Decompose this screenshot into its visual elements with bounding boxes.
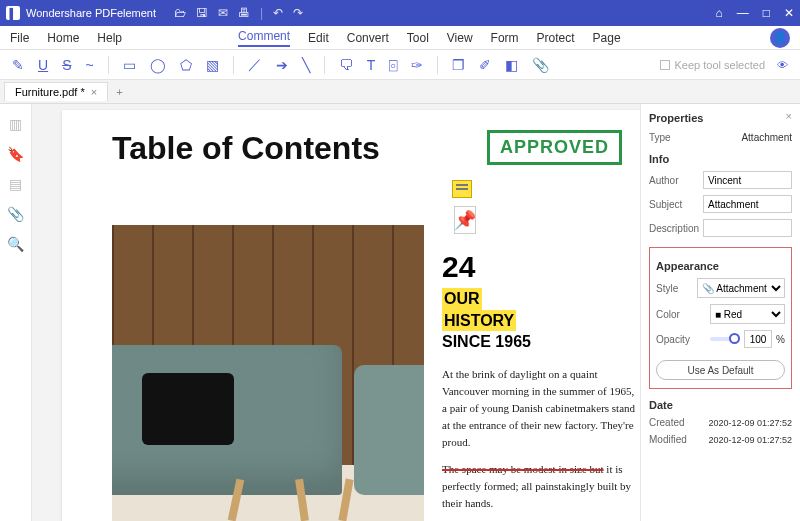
use-as-default-button[interactable]: Use As Default [656, 360, 785, 380]
type-value: Attachment [703, 132, 792, 143]
strikethrough-text[interactable]: The space may be modest in size but [442, 463, 604, 475]
keep-tool-checkbox[interactable] [660, 60, 670, 70]
arrow-icon[interactable]: ➔ [276, 57, 288, 73]
color-select[interactable]: ■ Red [710, 304, 785, 324]
opacity-unit: % [776, 334, 785, 345]
rect-icon[interactable]: ▭ [123, 57, 136, 73]
maximize-icon[interactable]: □ [763, 6, 770, 20]
squiggly-icon[interactable]: ~ [85, 57, 93, 73]
app-logo: ▌ [6, 6, 20, 20]
thumbnails-icon[interactable]: ▥ [9, 116, 22, 132]
author-input[interactable] [703, 171, 792, 189]
menu-file[interactable]: File [10, 31, 29, 45]
subject-input[interactable] [703, 195, 792, 213]
menu-form[interactable]: Form [491, 31, 519, 45]
style-label: Style [656, 283, 693, 294]
menu-help[interactable]: Help [97, 31, 122, 45]
style-select[interactable]: 📎 Attachment [697, 278, 785, 298]
pencil-icon[interactable]: ✐ [479, 57, 491, 73]
home-icon[interactable]: ⌂ [716, 6, 723, 20]
subject-label: Subject [649, 199, 699, 210]
section-title: OUR HISTORY SINCE 1965 [442, 288, 531, 353]
open-icon[interactable]: 🗁 [174, 6, 186, 20]
body-text: At the brink of daylight on a quaint Van… [442, 366, 637, 512]
oval-icon[interactable]: ◯ [150, 57, 166, 73]
distance-icon[interactable]: ╲ [302, 57, 310, 73]
close-window-icon[interactable]: ✕ [784, 6, 794, 20]
user-avatar[interactable]: 👤 [770, 28, 790, 48]
menu-page[interactable]: Page [593, 31, 621, 45]
menu-tool[interactable]: Tool [407, 31, 429, 45]
document-tab[interactable]: Furniture.pdf * × [4, 82, 108, 101]
highlight-icon[interactable]: ✎ [12, 57, 24, 73]
document-canvas[interactable]: Table of Contents APPROVED 📌 24 OUR HIST… [32, 104, 640, 521]
comments-panel-icon[interactable]: ▤ [9, 176, 22, 192]
menu-convert[interactable]: Convert [347, 31, 389, 45]
note-icon[interactable]: 🗨 [339, 57, 353, 73]
created-value: 2020-12-09 01:27:52 [703, 418, 792, 428]
search-icon[interactable]: 🔍 [7, 236, 24, 252]
eraser-icon[interactable]: ◧ [505, 57, 518, 73]
type-label: Type [649, 132, 699, 143]
created-label: Created [649, 417, 699, 428]
panel-title: Properties [649, 112, 792, 124]
bookmarks-icon[interactable]: 🔖 [7, 146, 24, 162]
author-label: Author [649, 175, 699, 186]
hide-icon[interactable]: 👁 [777, 59, 788, 71]
color-label: Color [656, 309, 706, 320]
paragraph: At the brink of daylight on a quaint Van… [442, 366, 637, 451]
typewriter-icon[interactable]: T [367, 57, 376, 73]
separator: | [260, 6, 263, 20]
separator [233, 56, 234, 74]
sticky-note-annotation[interactable] [452, 180, 472, 198]
keep-tool-label: Keep tool selected [674, 59, 765, 71]
paragraph: The space may be modest in size but it i… [442, 461, 637, 512]
description-input[interactable] [703, 219, 792, 237]
tab-close-icon[interactable]: × [91, 86, 97, 98]
highlighted-text[interactable]: OUR [442, 288, 482, 310]
textbox-icon[interactable]: ⌻ [389, 57, 397, 73]
attachment-annotation[interactable]: 📌 [454, 206, 476, 234]
description-label: Description [649, 223, 699, 234]
workspace: ▥ 🔖 ▤ 📎 🔍 Table of Contents APPROVED 📌 2… [0, 104, 800, 521]
properties-panel: × Properties Type Attachment Info Author… [640, 104, 800, 521]
menubar: File Home Help Comment Edit Convert Tool… [0, 26, 800, 50]
separator [437, 56, 438, 74]
line-icon[interactable]: ／ [248, 56, 262, 74]
side-toolbar: ▥ 🔖 ▤ 📎 🔍 [0, 104, 32, 521]
undo-icon[interactable]: ↶ [273, 6, 283, 20]
strikethrough-icon[interactable]: S [62, 57, 71, 73]
tab-label: Furniture.pdf * [15, 86, 85, 98]
info-heading: Info [649, 153, 792, 165]
print-icon[interactable]: 🖶 [238, 6, 250, 20]
approved-stamp[interactable]: APPROVED [487, 130, 622, 165]
menu-comment[interactable]: Comment [238, 29, 290, 47]
cloud-icon[interactable]: ▧ [206, 57, 219, 73]
menu-view[interactable]: View [447, 31, 473, 45]
modified-value: 2020-12-09 01:27:52 [703, 435, 792, 445]
callout-icon[interactable]: ✑ [411, 57, 423, 73]
minimize-icon[interactable]: ― [737, 6, 749, 20]
attachment-icon[interactable]: 📎 [532, 57, 549, 73]
menu-protect[interactable]: Protect [537, 31, 575, 45]
tab-bar: Furniture.pdf * × + [0, 80, 800, 104]
underline-icon[interactable]: U [38, 57, 48, 73]
modified-label: Modified [649, 434, 699, 445]
highlighted-text[interactable]: HISTORY [442, 310, 516, 332]
mail-icon[interactable]: ✉ [218, 6, 228, 20]
article-image [112, 225, 424, 521]
attachments-panel-icon[interactable]: 📎 [7, 206, 24, 222]
comment-toolbar: ✎ U S ~ ▭ ◯ ⬠ ▧ ／ ➔ ╲ 🗨 T ⌻ ✑ ❐ ✐ ◧ 📎 Ke… [0, 50, 800, 80]
menu-home[interactable]: Home [47, 31, 79, 45]
opacity-slider[interactable] [710, 337, 740, 341]
new-tab-icon[interactable]: + [108, 86, 130, 98]
opacity-input[interactable] [744, 330, 772, 348]
redo-icon[interactable]: ↷ [293, 6, 303, 20]
menu-edit[interactable]: Edit [308, 31, 329, 45]
polygon-icon[interactable]: ⬠ [180, 57, 192, 73]
stamp-icon[interactable]: ❐ [452, 57, 465, 73]
save-icon[interactable]: 🖫 [196, 6, 208, 20]
appearance-section: Appearance Style 📎 Attachment Color ■ Re… [649, 247, 792, 389]
panel-close-icon[interactable]: × [786, 110, 792, 122]
appearance-heading: Appearance [656, 260, 785, 272]
